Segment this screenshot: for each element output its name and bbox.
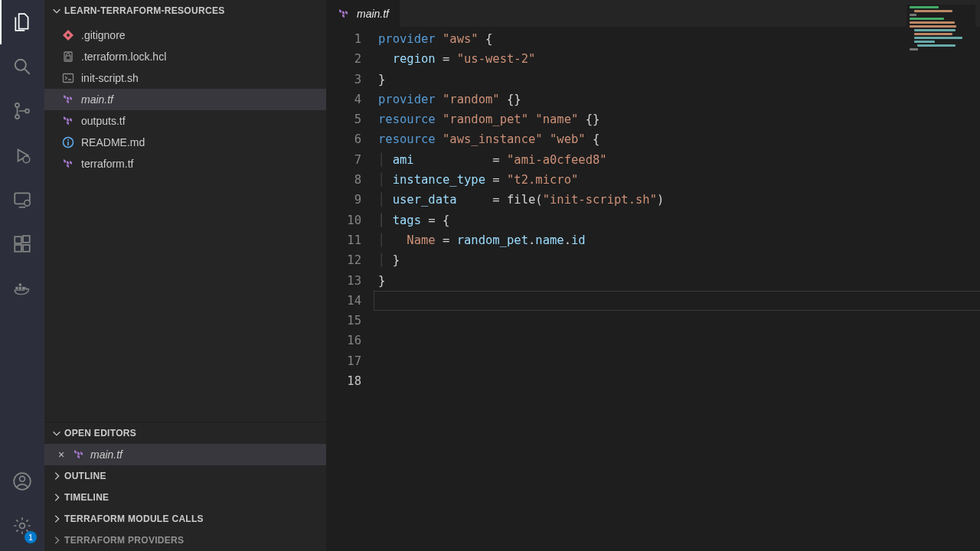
panel-outline[interactable]: OUTLINE (44, 465, 326, 487)
svg-rect-13 (19, 287, 21, 289)
files-icon (12, 12, 32, 32)
gitignore-icon (61, 28, 75, 42)
panel-timeline[interactable]: TIMELINE (44, 487, 326, 508)
sidebar: LEARN-TERRAFORM-RESOURCES .gitignore.ter… (44, 0, 326, 551)
minimap[interactable] (906, 5, 975, 89)
chevron-right-icon (49, 535, 64, 546)
extensions-icon (12, 234, 32, 254)
svg-point-17 (20, 476, 25, 481)
file-label: README.md (81, 136, 145, 148)
file-item[interactable]: .gitignore (44, 24, 326, 46)
svg-rect-24 (67, 142, 69, 145)
activity-accounts[interactable] (0, 459, 44, 504)
file-item[interactable]: README.md (44, 132, 326, 153)
tab-main-tf[interactable]: main.tf (326, 0, 400, 27)
lock-icon (61, 50, 75, 64)
svg-rect-10 (23, 245, 30, 252)
panel-title: TERRAFORM MODULE CALLS (64, 514, 204, 524)
svg-rect-21 (66, 56, 70, 60)
svg-rect-9 (15, 245, 21, 252)
file-label: main.tf (81, 93, 113, 106)
open-editor-label: main.tf (90, 448, 122, 461)
tf-icon (61, 114, 75, 128)
chevron-right-icon (49, 514, 64, 524)
svg-point-4 (25, 109, 29, 113)
activity-source-control[interactable] (0, 89, 44, 133)
panel-title: OPEN EDITORS (64, 428, 136, 439)
svg-rect-8 (15, 236, 21, 243)
bottom-panels: OPEN EDITORS × main.tf OUTLINE TIMELINE … (44, 422, 326, 551)
file-label: .gitignore (81, 29, 126, 41)
panel-title: TERRAFORM PROVIDERS (64, 535, 184, 546)
svg-rect-22 (64, 74, 74, 83)
file-item[interactable]: .terraform.lock.hcl (44, 46, 326, 67)
file-label: outputs.tf (81, 115, 126, 127)
activity-extensions[interactable] (0, 222, 44, 266)
svg-line-1 (24, 69, 30, 74)
activity-settings[interactable]: 1 (0, 504, 44, 548)
editor-area: main.tf 123456789101112131415161718 prov… (326, 0, 980, 551)
tab-label: main.tf (357, 8, 389, 20)
chevron-right-icon (49, 471, 64, 481)
file-label: .terraform.lock.hcl (81, 51, 166, 63)
svg-point-19 (67, 34, 70, 37)
tab-bar: main.tf (326, 0, 980, 27)
project-name: LEARN-TERRAFORM-RESOURCES (64, 5, 225, 16)
account-icon (12, 471, 32, 491)
svg-point-18 (20, 523, 25, 529)
file-label: init-script.sh (81, 72, 139, 84)
activity-run-debug[interactable] (0, 133, 44, 178)
panel-title: TIMELINE (64, 492, 109, 503)
docker-icon (12, 279, 32, 298)
file-item[interactable]: main.tf (44, 89, 326, 110)
project-header[interactable]: LEARN-TERRAFORM-RESOURCES (44, 0, 326, 21)
panel-title: OUTLINE (64, 471, 106, 481)
activity-search[interactable] (0, 44, 44, 89)
tf-icon (61, 157, 75, 171)
terraform-icon (337, 7, 351, 21)
file-item[interactable]: init-script.sh (44, 67, 326, 89)
settings-badge: 1 (24, 531, 37, 543)
activity-docker[interactable] (0, 266, 44, 311)
panel-open-editors[interactable]: OPEN EDITORS (44, 422, 326, 444)
svg-rect-25 (67, 139, 69, 141)
activity-bar: 1 (0, 0, 44, 551)
file-tree: .gitignore.terraform.lock.hclinit-script… (44, 21, 326, 174)
shell-icon (61, 71, 75, 85)
code-content[interactable]: provider "aws" { region = "us-west-2"}pr… (378, 27, 664, 551)
svg-rect-12 (15, 287, 18, 289)
readme-icon (61, 135, 75, 149)
svg-rect-15 (19, 284, 21, 286)
file-item[interactable]: outputs.tf (44, 110, 326, 132)
source-control-icon (12, 101, 32, 121)
line-gutter: 123456789101112131415161718 (326, 27, 378, 551)
activity-explorer[interactable] (0, 0, 44, 44)
chevron-down-icon (49, 5, 64, 16)
editor-body[interactable]: 123456789101112131415161718 provider "aw… (326, 27, 980, 551)
chevron-down-icon (49, 428, 64, 439)
panel-tf-providers[interactable]: TERRAFORM PROVIDERS (44, 530, 326, 551)
open-editor-item[interactable]: × main.tf (44, 444, 326, 465)
svg-point-2 (15, 103, 19, 107)
chevron-right-icon (49, 492, 64, 503)
svg-point-5 (23, 156, 30, 163)
terraform-icon (72, 448, 86, 461)
remote-icon (12, 190, 32, 210)
svg-point-0 (15, 60, 26, 70)
panel-tf-modules[interactable]: TERRAFORM MODULE CALLS (44, 508, 326, 530)
close-icon[interactable]: × (55, 448, 67, 461)
svg-point-7 (24, 201, 31, 207)
debug-icon (12, 145, 32, 165)
tf-icon (61, 93, 75, 106)
file-label: terraform.tf (81, 158, 133, 170)
file-item[interactable]: terraform.tf (44, 153, 326, 174)
search-icon (12, 57, 32, 77)
svg-point-3 (15, 115, 19, 119)
svg-rect-11 (23, 236, 30, 243)
activity-remote[interactable] (0, 178, 44, 222)
